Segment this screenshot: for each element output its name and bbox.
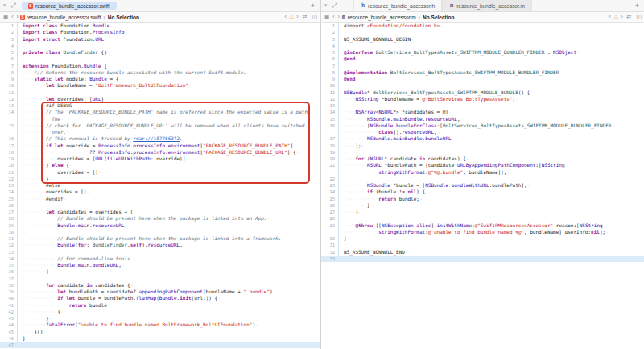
code-line[interactable]: 23········#else- [0,182,320,189]
code-line[interactable]: 25········#endif- [0,196,320,202]
code-line[interactable]: 22········}- [0,176,320,182]
breadcrumb-selection[interactable]: No Selection [108,15,139,20]
code-line[interactable]: 29····@throw [[NSException alloc] initWi… [321,222,644,229]
code-line[interactable]: 19············overrides = [URL(fileURLWi… [0,156,320,162]
breadcrumb-selection[interactable]: No Selection [423,15,454,20]
related-items-icon[interactable]: ▦ [324,12,329,22]
code-line[interactable]: 7extension Foundation.Bundle {- [0,63,320,69]
add-tab-button[interactable]: + [311,0,315,11]
code-line[interactable]: 4- [321,43,644,49]
code-line[interactable]: 10- [321,82,644,89]
close-window-icon[interactable]: × [321,0,330,11]
code-line[interactable]: ············stringWithFormat:@"unable to… [321,229,644,235]
code-line[interactable]: 16········[NSBundle bundleForClass:[Bolt… [321,123,644,129]
code-line[interactable]: 45····}()- [0,329,320,335]
code-line[interactable]: 11- [0,89,320,96]
code-line[interactable]: 15········// check for 'PACKAGE_RESOURCE… [0,123,320,129]
code-line[interactable]: 16········// This removal is tracked by … [0,135,320,142]
code-line[interactable]: 22- [321,176,644,182]
code-review-icon[interactable]: ⇄ [627,14,632,20]
code-editor[interactable]: 1import class Foundation.Bundle-2import … [0,23,320,349]
code-line[interactable]: 6- [0,56,320,62]
code-line[interactable]: 2import class Foundation.ProcessInfo- [0,29,320,35]
tab-resource_bundle_accessor.swift[interactable]: Sresource_bundle_accessor.swift [22,2,117,10]
code-line[interactable]: 40············if let bundle = bundlePath… [0,295,320,301]
code-line[interactable]: ············class]].resourceURL,- [321,129,644,135]
code-line[interactable]: 26········}- [321,202,644,209]
code-line[interactable]: 14····NSArray<NSURL*> *candidates = @[- [321,109,644,115]
code-line[interactable]: 20········} else {- [0,162,320,168]
code-line[interactable]: 27····}- [321,209,644,215]
code-line[interactable]: 25············return bundle;- [321,196,644,202]
code-editor[interactable]: 1#import <Foundation/Foundation.h>-2-3NS… [321,23,644,349]
code-line[interactable]: 44········fatalError("unable to find bun… [0,322,320,328]
code-line[interactable]: 17········NSBundle.mainBundle.bundleURL- [321,135,644,142]
back-button[interactable]: ‹ [332,12,334,22]
editor-layout-icon[interactable]: ◫ [312,14,317,20]
code-review-icon[interactable]: ⇄ [303,14,308,20]
code-line[interactable]: 43········}- [0,315,320,322]
code-line[interactable]: 35············Bundle.main.bundleURL,- [0,262,320,268]
code-line[interactable]: ············stringWithFormat:@"%@.bundle… [321,169,644,176]
code-line[interactable]: 1#import <Foundation/Foundation.h>- [321,23,644,29]
code-line[interactable]: 30- [0,229,320,235]
code-line[interactable]: 18····];- [321,143,644,149]
code-line[interactable]: 21········NSURL *bundlePath = [candidate… [321,162,644,168]
code-line[interactable]: 8@implementation BoltServices_BoltTypesA… [321,69,644,76]
expand-window-icon[interactable]: ⤢ [9,0,18,11]
related-items-icon[interactable]: ▦ [3,12,8,22]
code-line[interactable]: 31············// Bundle should be presen… [0,235,320,242]
code-line[interactable]: 2- [321,29,644,35]
code-line[interactable]: 4- [0,43,320,49]
breadcrumb-file[interactable]: resource_bundle_accessor.m [348,15,416,20]
forward-button[interactable]: › [338,12,340,22]
code-line[interactable]: 1import class Foundation.Bundle- [0,23,320,29]
code-line[interactable]: 13········#if DEBUG- [0,102,320,109]
close-window-icon[interactable]: × [0,0,9,11]
code-line[interactable]: 13- [321,102,644,109]
editor-layout-icon[interactable]: ◫ [636,14,642,20]
add-tab-button[interactable]: + [635,0,639,11]
code-line[interactable]: 3import struct Foundation.URL- [0,36,320,43]
code-line[interactable]: 47 [0,342,320,348]
next-issue-button[interactable]: › [296,12,298,22]
code-line[interactable]: 9@end- [321,76,644,82]
code-line[interactable]: 32NS_ASSUME_NONNULL_END- [321,249,644,256]
code-line[interactable]: 18·······················?? ProcessInfo.… [0,149,320,156]
code-line[interactable]: 37- [0,276,320,282]
code-line[interactable]: 20····for (NSURL* candidate in candidate… [321,156,644,162]
code-line[interactable]: 41················return bundle- [0,302,320,309]
code-line[interactable]: ··········over.- [0,129,320,135]
code-line[interactable]: 7- [321,63,644,69]
code-line[interactable]: 36········]- [0,268,320,275]
code-line[interactable]: 12········let overrides: [URL]- [0,96,320,102]
code-line[interactable]: 33- [0,249,320,256]
code-line[interactable]: 10········let bundleName = "BoltFramewor… [0,82,320,89]
next-issue-button[interactable]: › [621,12,622,22]
code-line[interactable]: 46}- [0,335,320,342]
code-line[interactable]: 38········for candidate in candidates {- [0,282,320,289]
code-line[interactable]: 21············overrides = []- [0,169,320,176]
previous-issue-button[interactable]: ‹ [609,12,611,22]
expand-window-icon[interactable]: ⤢ [330,0,339,11]
code-line[interactable]: 24········if (bundle != nil) {- [321,189,644,195]
forward-button[interactable]: › [17,12,19,22]
code-line[interactable]: 19- [321,149,644,156]
code-line[interactable]: 28············// Bundle should be presen… [0,215,320,222]
code-line[interactable]: 3NS_ASSUME_NONNULL_BEGIN- [321,36,644,43]
code-line[interactable]: 26- [0,202,320,209]
tab-resource_bundle_accessor.h[interactable]: hresource_bundle_accessor.h [353,0,442,11]
warning-icon[interactable]: ⚠ [289,14,294,20]
code-line[interactable]: 5@interface BoltServices_BoltTypesAssets… [321,49,644,56]
code-line[interactable]: 34············// For command-line tools.… [0,256,320,262]
back-button[interactable]: ‹ [11,12,13,22]
breadcrumb-file[interactable]: resource_bundle_accessor.swift [27,15,101,20]
code-line[interactable]: 27········let candidates = overrides + [… [0,209,320,215]
code-line[interactable]: 23········NSBundle *bundle = [NSBundle b… [321,182,644,189]
code-line[interactable]: 6@end- [321,56,644,62]
code-line[interactable]: 42············}- [0,309,320,315]
tab-resource_bundle_accessor.m[interactable]: mresource_bundle_accessor.m [442,0,532,11]
code-line[interactable]: 14········// The 'PACKAGE_RESOURCE_BUNDL… [0,109,320,115]
code-line[interactable]: 28- [321,215,644,222]
code-line[interactable]: 12····NSString *bundleName = @"BoltServi… [321,96,644,102]
